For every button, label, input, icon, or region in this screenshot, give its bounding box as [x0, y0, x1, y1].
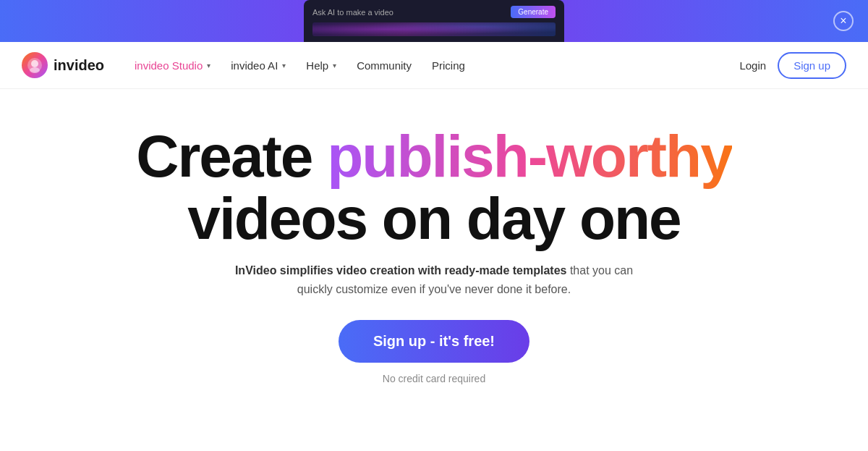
hero-title-gradient: publish-worthy: [327, 123, 732, 189]
logo-text: invideo: [54, 57, 104, 74]
banner-content: Try the video creation co-pilot at invid…: [319, 15, 549, 28]
help-chevron-icon: ▾: [333, 62, 336, 69]
nav-right: Login Sign up: [739, 52, 846, 79]
hero-subtitle: InVideo simplifies video creation with r…: [217, 261, 651, 298]
hero-title: Create publish-worthy videos on day one: [136, 125, 732, 250]
svg-point-1: [31, 60, 38, 67]
hero-section: Create publish-worthy videos on day one …: [0, 89, 868, 451]
logo-icon: [22, 52, 48, 78]
banner-text-pre: Try the video creation co-pilot: [319, 15, 461, 28]
login-button[interactable]: Login: [739, 59, 766, 72]
hero-subtitle-strong: InVideo simplifies video creation with r…: [235, 264, 567, 277]
nav-item-studio[interactable]: invideo Studio ▾: [126, 54, 219, 77]
hero-cta-button[interactable]: Sign up - it's free!: [339, 320, 529, 363]
ai-chevron-icon: ▾: [282, 62, 286, 69]
hero-title-pre: Create: [136, 123, 327, 189]
banner-link[interactable]: invideo.io/ai: [479, 15, 542, 28]
nav-item-community[interactable]: Community: [348, 54, 420, 77]
top-banner: Try the video creation co-pilot at invid…: [0, 0, 868, 42]
svg-point-2: [30, 67, 40, 73]
studio-chevron-icon: ▾: [207, 62, 210, 69]
nav-items: invideo Studio ▾ invideo AI ▾ Help ▾ Com…: [126, 54, 739, 77]
signup-button[interactable]: Sign up: [778, 52, 846, 79]
banner-arrow: ›: [545, 15, 549, 28]
nav-item-ai[interactable]: invideo AI ▾: [222, 54, 294, 77]
logo[interactable]: invideo: [22, 52, 104, 78]
hero-title-post: videos on day one: [187, 185, 680, 251]
banner-close-button[interactable]: ×: [833, 11, 854, 31]
navbar: invideo invideo Studio ▾ invideo AI ▾ He…: [0, 42, 868, 89]
no-credit-label: No credit card required: [383, 373, 485, 384]
nav-item-pricing[interactable]: Pricing: [423, 54, 474, 77]
nav-item-help[interactable]: Help ▾: [297, 54, 345, 77]
banner-text-at: at: [465, 15, 475, 28]
